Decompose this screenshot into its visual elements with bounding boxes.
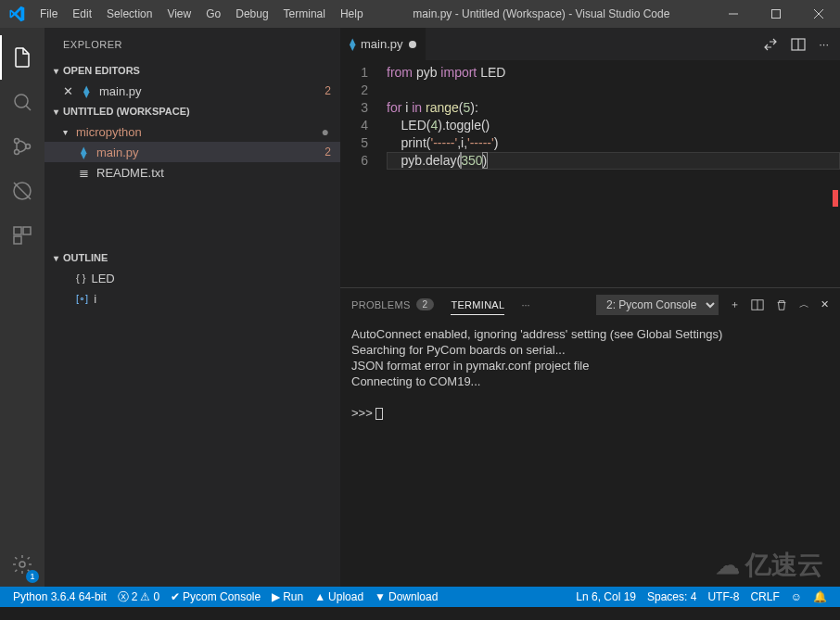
svg-rect-7 <box>23 227 31 234</box>
svg-point-2 <box>15 139 19 144</box>
menu-file[interactable]: File <box>32 0 65 28</box>
file-label: main.py <box>99 84 325 98</box>
activity-debug[interactable] <box>0 169 45 213</box>
status-run[interactable]: ▶Run <box>266 590 309 603</box>
open-editor-item[interactable]: ✕ ⧫ main.py 2 <box>45 81 340 101</box>
error-icon: ⓧ <box>118 589 129 605</box>
split-editor-icon[interactable] <box>791 37 806 52</box>
section-outline[interactable]: ▾ OUTLINE <box>45 247 340 268</box>
activity-bar: 1 <box>0 28 45 587</box>
titlebar: File Edit Selection View Go Debug Termin… <box>0 0 840 28</box>
menu-help[interactable]: Help <box>333 0 371 28</box>
status-encoding[interactable]: UTF-8 <box>702 590 745 603</box>
svg-point-1 <box>15 95 28 108</box>
section-label: UNTITLED (WORKSPACE) <box>63 106 190 117</box>
status-python[interactable]: Python 3.6.4 64-bit <box>7 590 112 603</box>
section-label: OUTLINE <box>63 252 108 263</box>
python-file-icon: ⧫ <box>76 146 91 159</box>
editor-scrollbar[interactable] <box>827 60 840 287</box>
menu-bar: File Edit Selection View Go Debug Termin… <box>32 0 371 28</box>
close-panel-icon[interactable]: ✕ <box>821 298 829 310</box>
terminal-selector[interactable]: 2: Pycom Console <box>596 295 719 315</box>
activity-explorer[interactable] <box>0 35 45 80</box>
terminal-cursor <box>375 408 383 420</box>
terminal-output[interactable]: AutoConnect enabled, ignoring 'address' … <box>340 321 840 587</box>
outline-symbol-led[interactable]: { } LED <box>45 268 340 288</box>
menu-view[interactable]: View <box>159 0 198 28</box>
menu-go[interactable]: Go <box>198 0 228 28</box>
code-editor[interactable]: 1 2 3 4 5 6 from pyb import LED for i in… <box>340 60 840 287</box>
status-feedback-icon[interactable]: ☺ <box>785 590 808 603</box>
menu-edit[interactable]: Edit <box>65 0 99 28</box>
minimize-button[interactable] <box>712 0 755 28</box>
code-content[interactable]: from pyb import LED for i in range(5): L… <box>387 64 840 287</box>
more-icon[interactable]: ··· <box>521 299 529 310</box>
folder-item[interactable]: ▾ micropython ● <box>45 121 340 142</box>
status-notifications-icon[interactable]: 🔔 <box>808 590 833 603</box>
new-terminal-icon[interactable]: ＋ <box>730 297 740 311</box>
activity-extensions[interactable] <box>0 213 45 258</box>
vscode-logo-icon <box>0 6 32 22</box>
split-terminal-icon[interactable] <box>751 298 764 311</box>
chevron-down-icon: ▾ <box>48 107 63 117</box>
svg-point-9 <box>19 562 25 567</box>
maximize-panel-icon[interactable]: ︿ <box>799 297 809 311</box>
status-cursor-position[interactable]: Ln 6, Col 19 <box>570 590 642 603</box>
svg-point-3 <box>15 150 19 155</box>
tab-label: main.py <box>361 37 403 51</box>
check-icon: ✔ <box>171 590 180 603</box>
section-workspace[interactable]: ▾ UNTITLED (WORKSPACE) <box>45 101 340 121</box>
activity-settings[interactable]: 1 <box>0 542 45 587</box>
python-file-icon: ⧫ <box>350 37 355 51</box>
panel-tab-problems[interactable]: PROBLEMS 2 <box>351 298 434 310</box>
line-gutter: 1 2 3 4 5 6 <box>340 64 387 287</box>
sidebar: EXPLORER ▾ OPEN EDITORS ✕ ⧫ main.py 2 ▾ … <box>45 28 340 587</box>
editor-actions: ··· <box>763 28 840 60</box>
symbol-label: LED <box>91 272 114 285</box>
problems-count-badge: 2 <box>416 298 435 310</box>
panel-tab-terminal[interactable]: TERMINAL <box>451 299 504 315</box>
problem-badge: 2 <box>325 84 331 97</box>
status-indentation[interactable]: Spaces: 4 <box>642 590 702 603</box>
upload-icon: ▲ <box>314 590 325 603</box>
section-label: OPEN EDITORS <box>63 65 140 76</box>
maximize-button[interactable] <box>755 0 797 28</box>
status-eol[interactable]: CRLF <box>745 590 784 603</box>
warning-icon: ⚠ <box>140 590 150 603</box>
status-problems[interactable]: ⓧ2 ⚠0 <box>112 589 165 605</box>
symbol-variable-icon: [∘] <box>76 293 88 305</box>
main-area: 1 EXPLORER ▾ OPEN EDITORS ✕ ⧫ main.py 2 … <box>0 28 840 587</box>
bottom-panel: PROBLEMS 2 TERMINAL ··· 2: Pycom Console… <box>340 287 840 587</box>
status-console[interactable]: ✔Pycom Console <box>165 590 266 603</box>
editor-tabs: ⧫ main.py ··· <box>340 28 840 60</box>
chevron-down-icon: ▾ <box>48 66 63 76</box>
status-upload[interactable]: ▲Upload <box>309 590 369 603</box>
menu-terminal[interactable]: Terminal <box>276 0 333 28</box>
status-download[interactable]: ▼Download <box>369 590 443 603</box>
symbol-label: i <box>94 292 96 306</box>
folder-label: micropython <box>76 125 322 139</box>
activity-search[interactable] <box>0 80 45 124</box>
compare-icon[interactable] <box>763 37 778 52</box>
problem-badge: 2 <box>325 146 331 158</box>
section-open-editors[interactable]: ▾ OPEN EDITORS <box>45 60 340 81</box>
close-button[interactable] <box>797 0 840 28</box>
editor-area: ⧫ main.py ··· 1 2 3 4 5 6 from pyb impor… <box>340 28 840 587</box>
tab-main-py[interactable]: ⧫ main.py <box>340 28 426 60</box>
kill-terminal-icon[interactable] <box>775 298 788 311</box>
more-icon[interactable]: ··· <box>819 37 829 51</box>
outline-symbol-i[interactable]: [∘] i <box>45 288 340 309</box>
settings-badge: 1 <box>26 570 39 583</box>
file-item-readme[interactable]: ≣ README.txt <box>45 162 340 183</box>
menu-selection[interactable]: Selection <box>99 0 159 28</box>
python-file-icon: ⧫ <box>79 84 94 98</box>
menu-debug[interactable]: Debug <box>228 0 275 28</box>
window-title: main.py - Untitled (Workspace) - Visual … <box>371 7 712 20</box>
file-item-main[interactable]: ⧫ main.py 2 <box>45 142 340 162</box>
sidebar-title: EXPLORER <box>45 28 340 60</box>
modified-dot-icon: ● <box>322 124 329 139</box>
activity-scm[interactable] <box>0 124 45 169</box>
text-file-icon: ≣ <box>76 166 91 180</box>
file-label: README.txt <box>96 166 340 180</box>
svg-rect-0 <box>772 10 781 19</box>
